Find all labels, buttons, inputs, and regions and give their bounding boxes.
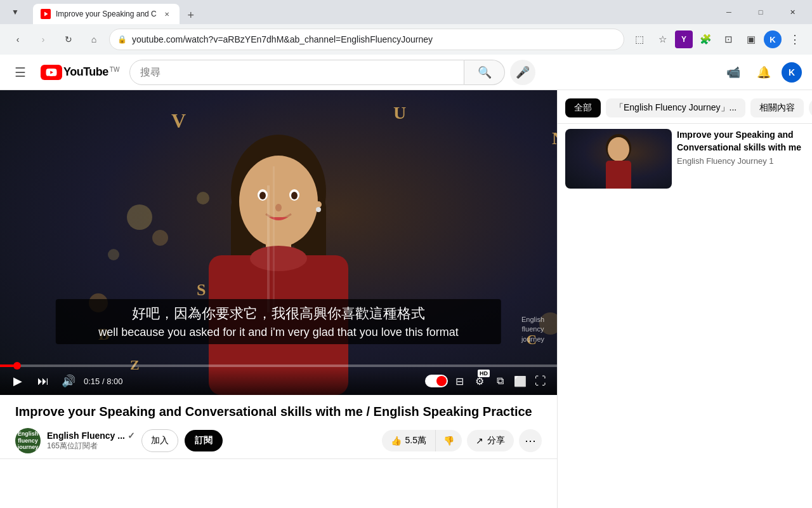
rec-title: Improve your Speaking and Conversational… — [677, 129, 804, 154]
address-bar[interactable]: 🔒 youtube.com/watch?v=aRBzYEn7dhM&ab_cha… — [109, 29, 624, 50]
active-tab[interactable]: Improve your Speaking and C ✕ — [33, 4, 180, 24]
like-count: 5.5萬 — [405, 435, 426, 446]
yt-search-area: 🔍 🎤 — [129, 60, 535, 85]
subtitles-btn[interactable]: ⊟ — [450, 372, 468, 390]
fullscreen-btn[interactable]: ⛶ — [532, 372, 549, 390]
yt-search-box[interactable] — [129, 60, 464, 85]
yahoo-icon[interactable]: Y — [675, 30, 693, 48]
tab-title: Improve your Speaking and C — [56, 10, 157, 18]
extensions-icon[interactable]: 🧩 — [695, 29, 716, 50]
youtube-page: ☰ YouTube TW 🔍 🎤 📹 🔔 — [0, 55, 812, 508]
create-video-icon: 📹 — [726, 65, 740, 79]
yt-mic-btn[interactable]: 🎤 — [510, 60, 535, 85]
play-pause-btn[interactable]: ▶ — [8, 371, 28, 391]
subscribe-btn[interactable]: 訂閱 — [185, 430, 223, 451]
next-btn[interactable]: ⏭ — [33, 371, 53, 391]
channel-name-area: English Fluency ... ✓ 165萬位訂閱者 — [47, 431, 135, 451]
more-icon: ⋯ — [525, 434, 536, 448]
channel-name-text: English Fluency ... — [47, 431, 125, 441]
back-btn[interactable]: ‹ — [8, 29, 28, 50]
minimize-btn[interactable]: ─ — [714, 2, 743, 22]
yt-header-right: 📹 🔔 K — [721, 60, 802, 85]
yt-search-input[interactable] — [140, 67, 454, 78]
yt-search-btn[interactable]: 🔍 — [464, 60, 505, 85]
like-dislike-group: 👍 5.5萬 👎 — [382, 430, 462, 451]
new-tab-btn[interactable]: + — [182, 6, 200, 24]
pill-related[interactable]: 相關內容 — [750, 98, 804, 117]
dislike-btn[interactable]: 👎 — [436, 431, 462, 451]
yt-logo[interactable]: YouTube TW — [41, 65, 119, 80]
chrome-menu-btn[interactable]: ▼ — [5, 2, 25, 22]
watermark-line2: fluency — [521, 324, 544, 334]
video-artifact-1 — [267, 185, 270, 312]
settings-wrap: ⚙ HD — [471, 372, 488, 390]
like-btn[interactable]: 👍 5.5萬 — [382, 430, 436, 451]
svg-rect-17 — [606, 161, 631, 189]
chrome-options-btn[interactable]: ⋮ — [784, 29, 804, 50]
rec-info: Improve your Speaking and Conversational… — [677, 129, 804, 189]
yt-logo-text: YouTube — [63, 65, 108, 79]
tab-controls: ▼ — [5, 2, 25, 22]
home-btn[interactable]: ⌂ — [84, 29, 104, 50]
svg-point-10 — [259, 192, 266, 199]
verified-icon: ✓ — [128, 431, 135, 441]
tab-search-icon[interactable]: ⊡ — [718, 29, 738, 50]
time-total: 8:00 — [107, 377, 122, 386]
controls-bar: ▶ ⏭ 🔊 0:15 / 8:00 — [0, 367, 557, 395]
forward-btn[interactable]: › — [33, 29, 53, 50]
subtitle-toggle[interactable] — [425, 375, 448, 387]
rec-video-item[interactable]: Improve your Speaking and Conversational… — [558, 124, 812, 194]
svg-point-3 — [239, 156, 318, 247]
like-icon: 👍 — [391, 436, 402, 446]
time-display: 0:15 / 8:00 — [84, 377, 122, 386]
bokeh-light-3 — [108, 249, 119, 260]
bokeh-light-2 — [152, 230, 168, 246]
video-artifact-2 — [273, 166, 275, 312]
share-label: 分享 — [487, 435, 505, 446]
channel-info: Englishfluencyjourney English Fluency ..… — [15, 428, 377, 453]
video-title: Improve your Speaking and Conversational… — [15, 403, 542, 420]
bookmark-icon[interactable]: ☆ — [652, 29, 672, 50]
more-options-btn[interactable]: ⋯ — [519, 429, 542, 452]
theater-btn[interactable]: ⬜ — [511, 372, 529, 390]
browser-chrome: ▼ Improve your Speaking and C ✕ + ─ □ ✕ … — [0, 0, 812, 55]
yt-header: ☰ YouTube TW 🔍 🎤 📹 🔔 — [0, 55, 812, 90]
yt-user-avatar[interactable]: K — [782, 62, 802, 83]
channel-name: English Fluency ... ✓ — [47, 431, 135, 441]
tab-close-btn[interactable]: ✕ — [162, 9, 172, 19]
video-player[interactable]: V U N Y P X B S Z C J R — [0, 90, 557, 395]
svg-point-13 — [315, 201, 322, 208]
yt-logo-icon — [41, 65, 62, 80]
split-view-icon[interactable]: ▣ — [741, 29, 761, 50]
hd-badge: HD — [478, 370, 490, 377]
rec-thumb — [565, 129, 672, 189]
miniplayer-btn[interactable]: ⧉ — [491, 372, 509, 390]
maximize-btn[interactable]: □ — [746, 2, 775, 22]
svg-point-16 — [608, 137, 629, 161]
close-btn[interactable]: ✕ — [778, 2, 807, 22]
cast-icon[interactable]: ⬚ — [629, 29, 650, 50]
svg-point-11 — [291, 192, 298, 199]
pills-next-btn[interactable]: › — [809, 98, 812, 118]
share-btn[interactable]: ↗ 分享 — [467, 430, 514, 451]
yt-notifications-btn[interactable]: 🔔 — [751, 60, 776, 85]
pill-all[interactable]: 全部 — [565, 98, 601, 117]
toggle-track[interactable] — [425, 375, 448, 387]
url-text: youtube.com/watch?v=aRBzYEn7dhM&ab_chann… — [132, 34, 616, 44]
yt-logo-country: TW — [110, 66, 120, 73]
profile-btn[interactable]: K — [764, 30, 782, 48]
channel-avatar[interactable]: Englishfluencyjourney — [15, 428, 41, 453]
letter-u: U — [393, 103, 406, 123]
letter-n: N — [552, 128, 557, 149]
yt-hamburger-btn[interactable]: ☰ — [10, 62, 30, 83]
reload-btn[interactable]: ↻ — [58, 29, 79, 50]
window-controls: ─ □ ✕ — [714, 2, 807, 22]
pill-channel[interactable]: 「English Fluency Journey」... — [606, 98, 745, 117]
volume-btn[interactable]: 🔊 — [58, 371, 79, 391]
tabs-area: Improve your Speaking and C ✕ + — [30, 0, 709, 24]
search-icon: 🔍 — [478, 65, 492, 79]
mic-icon: 🎤 — [516, 65, 530, 79]
join-btn[interactable]: 加入 — [141, 429, 178, 452]
controls-right: ⊟ ⚙ HD ⧉ ⬜ ⛶ — [425, 372, 549, 390]
yt-create-btn[interactable]: 📹 — [721, 60, 746, 85]
